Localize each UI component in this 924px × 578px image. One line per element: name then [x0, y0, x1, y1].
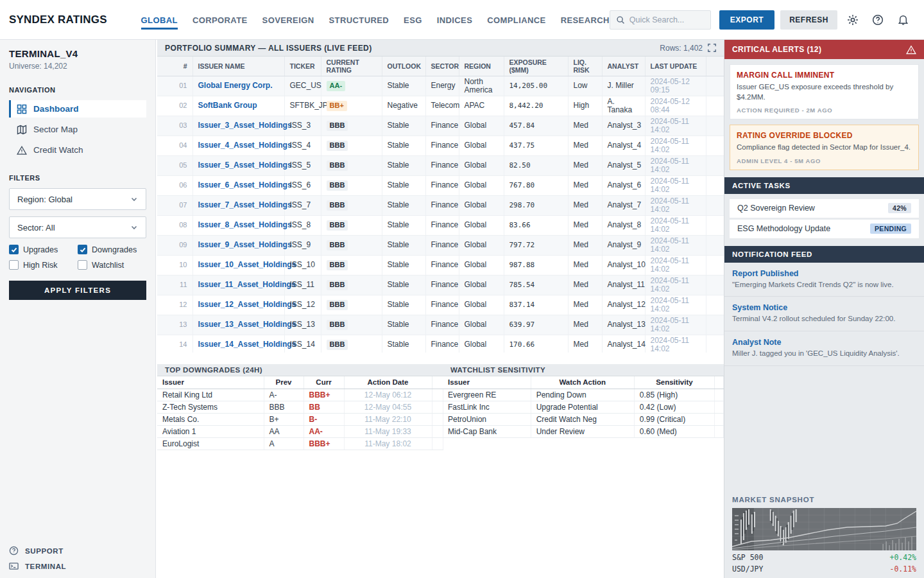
support-link[interactable]: SUPPORT	[9, 546, 66, 556]
notification-title[interactable]: Report Published	[732, 269, 916, 278]
exposure-cell: 14,205.00	[504, 76, 568, 96]
issuer-link[interactable]: Issuer_3_Asset_Holdings	[198, 121, 292, 130]
filter-checkbox[interactable]: Watchlist	[78, 260, 146, 270]
region-cell: Global	[459, 195, 504, 215]
issuer-cell: PetroUnion	[443, 414, 531, 426]
curr-rating-cell: BBB+	[304, 438, 344, 450]
sector-cell: Finance	[425, 215, 459, 235]
issuer-cell: Aviation 1	[157, 426, 264, 438]
apply-filters-button[interactable]: APPLY FILTERS	[9, 281, 146, 300]
notification-title[interactable]: Analyst Note	[732, 338, 916, 347]
action-date-cell: 11-May 19:33	[344, 426, 432, 438]
region-cell: APAC	[459, 96, 504, 116]
filler-cell	[432, 414, 443, 426]
bell-icon[interactable]	[893, 10, 912, 30]
issuer-link[interactable]: Global Energy Corp.	[198, 81, 273, 90]
ticker-cell: ISS_10	[284, 255, 321, 275]
rating-cell: AA-	[321, 76, 382, 96]
last-update-cell: 2024-05-11 14:02	[645, 175, 706, 195]
issuer-link[interactable]: SoftBank Group	[198, 101, 257, 110]
nav-tab[interactable]: CORPORATE	[193, 10, 248, 30]
search-input[interactable]	[629, 15, 705, 24]
rating-badge: BBB	[327, 200, 348, 211]
alert-card[interactable]: RATING OVERRIDE BLOCKED Compliance flag …	[730, 125, 919, 170]
sector-select[interactable]: Sector: All	[9, 216, 146, 238]
sidebar-nav-item[interactable]: Sector Map	[9, 121, 146, 138]
issuer-link[interactable]: Issuer_10_Asset_Holdings	[198, 260, 296, 269]
expand-icon[interactable]	[708, 44, 716, 52]
table-row: EuroLogist A BBB+ 11-May 18:02	[157, 438, 443, 450]
filter-checkbox[interactable]: Upgrades	[9, 245, 78, 254]
downgrades-header-row: IssuerPrevCurrAction Date	[157, 376, 443, 389]
terminal-link[interactable]: TERMINAL	[9, 561, 66, 571]
nav-tab[interactable]: COMPLIANCE	[487, 10, 545, 30]
issuer-link[interactable]: Issuer_6_Asset_Holdings	[198, 180, 292, 189]
issuer-link[interactable]: Issuer_9_Asset_Holdings	[198, 240, 292, 249]
nav-tab[interactable]: STRUCTURED	[329, 10, 389, 30]
sector-cell: Energy	[425, 76, 459, 96]
quick-search[interactable]	[610, 10, 711, 30]
notification-title[interactable]: System Notice	[732, 303, 916, 312]
last-update-cell: 2024-05-11 14:02	[645, 215, 706, 235]
issuer-link[interactable]: Issuer_13_Asset_Holdings	[198, 320, 296, 329]
sector-cell: Telecom	[425, 96, 459, 116]
action-date-cell: 12-May 06:12	[344, 389, 432, 401]
last-update-cell: 2024-05-11 14:02	[645, 255, 706, 275]
nav-tab[interactable]: RESEARCH	[561, 10, 610, 30]
issuer-cell: Issuer_10_Asset_Holdings	[193, 255, 284, 275]
filler-cell	[706, 195, 724, 215]
issuer-link[interactable]: Issuer_12_Asset_Holdings	[198, 300, 296, 309]
sidebar-nav-item[interactable]: Dashboard	[9, 100, 146, 118]
task-row[interactable]: Q2 Sovereign Review 42%	[730, 199, 919, 218]
alert-meta: ACTION REQUIRED - 2M AGO	[737, 107, 912, 114]
export-button[interactable]: EXPORT	[719, 10, 774, 30]
refresh-button[interactable]: REFRESH	[780, 10, 837, 30]
issuer-cell: Issuer_3_Asset_Holdings	[193, 116, 284, 136]
liq-risk-cell: Med	[568, 335, 602, 353]
region-cell: Global	[459, 295, 504, 315]
nav-tab[interactable]: ESG	[404, 10, 422, 30]
liq-risk-cell: High	[568, 96, 602, 116]
issuer-link[interactable]: Issuer_7_Asset_Holdings	[198, 200, 292, 209]
header-actions: EXPORT REFRESH	[610, 10, 924, 30]
ticker-symbol: S&P 500	[732, 553, 763, 562]
rating-cell: BBB	[321, 215, 382, 235]
nav-item-label: Credit Watch	[33, 145, 83, 155]
gear-icon[interactable]	[843, 10, 862, 30]
help-icon[interactable]	[868, 10, 887, 30]
nav-tab[interactable]: SOVEREIGN	[262, 10, 314, 30]
issuer-link[interactable]: Issuer_11_Asset_Holdings	[198, 280, 296, 289]
portfolio-table-body-wrap[interactable]: 01 Global Energy Corp. GEC_US AA- Stable…	[157, 76, 724, 353]
issuer-link[interactable]: Issuer_5_Asset_Holdings	[198, 161, 292, 170]
filter-checkbox[interactable]: Downgrades	[78, 245, 146, 254]
issuer-link[interactable]: Issuer_4_Asset_Holdings	[198, 141, 292, 150]
region-select-value: Region: Global	[17, 195, 73, 204]
last-update-cell: 2024-05-11 14:02	[645, 136, 706, 155]
row-number: 10	[157, 255, 193, 275]
active-tasks-header: ACTIVE TASKS	[724, 177, 924, 194]
nav-tab[interactable]: GLOBAL	[141, 10, 178, 30]
last-update-cell: 2024-05-12 08:44	[645, 96, 706, 116]
curr-rating-cell: BBB+	[304, 389, 344, 401]
column-header: TICKER	[284, 57, 321, 76]
nav-tab[interactable]: INDICES	[437, 10, 473, 30]
issuer-link[interactable]: Issuer_14_Asset_Holdings	[198, 340, 296, 349]
filler-cell	[706, 215, 724, 235]
primary-nav-tabs: GLOBAL CORPORATE SOVEREIGN STRUCTURED ES…	[141, 10, 610, 30]
outlook-cell: Stable	[382, 275, 425, 295]
row-number: 12	[157, 295, 193, 315]
sensitivity-cell: 0.60 (Med)	[634, 426, 714, 438]
issuer-cell: FastLink Inc	[443, 401, 531, 414]
table-row: Mid-Cap Bank Under Review 0.60 (Med)	[443, 426, 724, 438]
region-select[interactable]: Region: Global	[9, 188, 146, 210]
ticker-cell: ISS_7	[284, 195, 321, 215]
checkbox-label: Downgrades	[92, 245, 137, 254]
action-date-cell: 12-May 04:55	[344, 401, 432, 414]
alert-card[interactable]: MARGIN CALL IMMINENT Issuer GEC_US expos…	[730, 64, 919, 119]
task-row[interactable]: ESG Methodology Update PENDING	[730, 220, 919, 238]
issuer-link[interactable]: Issuer_8_Asset_Holdings	[198, 220, 292, 229]
filter-checkbox[interactable]: High Risk	[9, 260, 78, 270]
sidebar-nav-item[interactable]: Credit Watch	[9, 141, 146, 159]
checkbox-label: Watchlist	[92, 261, 124, 270]
column-header: Curr	[304, 376, 344, 389]
